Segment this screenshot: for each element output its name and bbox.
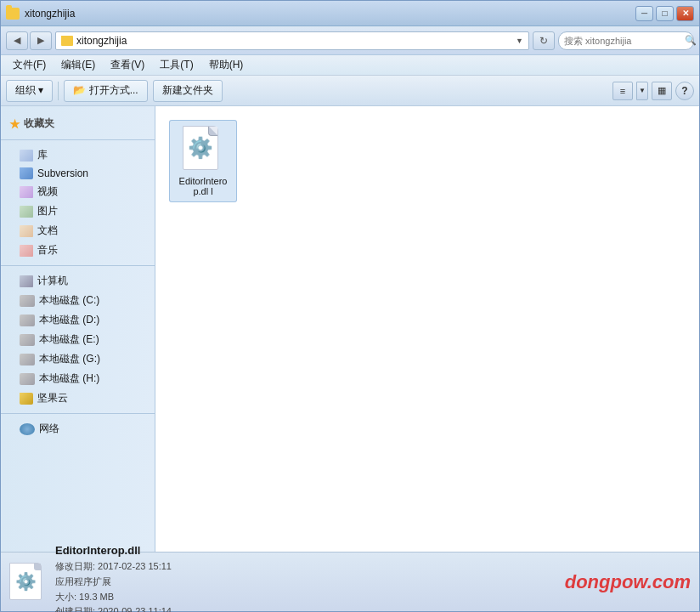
path-folder-icon <box>61 36 73 46</box>
sidebar-item-music[interactable]: 音乐 <box>1 241 155 260</box>
music-icon <box>20 245 33 257</box>
content-area: ⚙️ EditorInterop.dl l <box>155 106 699 552</box>
drive-g-label: 本地磁盘 (G:) <box>39 352 100 366</box>
title-folder-icon <box>6 8 20 20</box>
toolbar-right: ≡ ▼ ▦ ? <box>612 82 694 100</box>
address-path-box[interactable]: xitongzhijia ▼ <box>55 31 529 50</box>
music-label: 音乐 <box>37 243 58 258</box>
menu-file[interactable]: 文件(F) <box>6 56 53 74</box>
drive-g-icon <box>20 354 35 366</box>
status-size: 大小: 19.3 MB <box>55 590 553 605</box>
status-bar: ⚙️ EditorInterop.dll 修改日期: 2017-02-23 15… <box>1 552 699 611</box>
status-type: 应用程序扩展 <box>55 575 553 590</box>
drive-h-label: 本地磁盘 (H:) <box>39 371 99 386</box>
sidebar-item-subversion[interactable]: Subversion <box>1 165 155 182</box>
subversion-icon <box>20 167 33 179</box>
sidebar-item-library[interactable]: 库 <box>1 145 155 165</box>
sidebar-item-drive-h[interactable]: 本地磁盘 (H:) <box>1 369 155 388</box>
favorites-label: 收藏夹 <box>24 116 54 131</box>
title-bar-controls: ─ □ ✕ <box>635 6 694 21</box>
close-button[interactable]: ✕ <box>676 6 694 21</box>
status-gear-icon: ⚙️ <box>15 571 37 592</box>
doc-icon <box>20 225 33 237</box>
dll-file-icon: ⚙️ <box>183 126 223 173</box>
split-view-button[interactable]: ▦ <box>652 82 672 100</box>
sidebar-item-network[interactable]: 网络 <box>1 419 155 439</box>
menu-edit[interactable]: 编辑(E) <box>54 56 102 74</box>
window-title: xitongzhijia <box>25 8 75 20</box>
sidebar-item-drive-c[interactable]: 本地磁盘 (C:) <box>1 291 155 310</box>
path-text: xitongzhijia <box>76 35 512 47</box>
status-info: EditorInterop.dll 修改日期: 2017-02-23 15:11… <box>55 544 553 612</box>
file-label: EditorInterop.dl l <box>175 176 231 196</box>
jgcloud-label: 坚果云 <box>37 391 68 405</box>
path-dropdown-icon[interactable]: ▼ <box>516 37 523 45</box>
sidebar-divider-3 <box>1 413 155 414</box>
sidebar-item-jgcloud[interactable]: 坚果云 <box>1 388 155 408</box>
toolbar-separator <box>58 82 59 100</box>
computer-icon <box>20 275 33 287</box>
star-icon: ★ <box>9 117 20 131</box>
sidebar-divider-1 <box>1 139 155 140</box>
watermark: dongpow.com <box>565 571 691 593</box>
menu-view[interactable]: 查看(V) <box>104 56 151 74</box>
view-mode-button[interactable]: ≡ <box>612 82 633 100</box>
drive-c-label: 本地磁盘 (C:) <box>39 293 99 308</box>
sidebar-item-computer[interactable]: 计算机 <box>1 271 155 291</box>
status-modified: 修改日期: 2017-02-23 15:11 <box>55 559 553 575</box>
sidebar-item-drive-e[interactable]: 本地磁盘 (E:) <box>1 330 155 349</box>
title-bar: xitongzhijia ─ □ ✕ <box>1 1 699 26</box>
search-icon[interactable]: 🔍 <box>685 35 697 46</box>
search-box[interactable]: 🔍 <box>558 31 694 50</box>
network-icon <box>20 423 35 435</box>
new-folder-button[interactable]: 新建文件夹 <box>153 80 223 102</box>
drive-d-label: 本地磁盘 (D:) <box>39 313 99 327</box>
sidebar-item-docs[interactable]: 文档 <box>1 221 155 241</box>
library-icon <box>20 150 33 162</box>
status-created: 创建日期: 2020-09-23 11:14 <box>55 604 553 612</box>
status-filename: EditorInterop.dll <box>55 544 553 557</box>
drive-h-icon <box>20 373 35 385</box>
network-label: 网络 <box>39 422 59 436</box>
nav-buttons: ◀ ▶ <box>6 31 52 50</box>
minimize-button[interactable]: ─ <box>635 6 653 21</box>
subversion-label: Subversion <box>37 167 88 179</box>
drive-e-icon <box>20 334 35 346</box>
menu-help[interactable]: 帮助(H) <box>202 56 251 74</box>
doc-label: 文档 <box>37 224 58 238</box>
menu-bar: 文件(F) 编辑(E) 查看(V) 工具(T) 帮助(H) <box>1 55 699 76</box>
sidebar-favorites-header[interactable]: ★ 收藏夹 <box>1 113 155 134</box>
sidebar: ★ 收藏夹 库 Subversion 视频 图片 <box>1 106 155 552</box>
forward-button[interactable]: ▶ <box>30 31 52 50</box>
video-icon <box>20 186 33 198</box>
sidebar-item-drive-g[interactable]: 本地磁盘 (G:) <box>1 349 155 369</box>
organize-button[interactable]: 组织 ▾ <box>6 80 53 102</box>
jgcloud-icon <box>20 393 33 405</box>
title-bar-left: xitongzhijia <box>6 8 75 20</box>
maximize-button[interactable]: □ <box>656 6 674 21</box>
refresh-button[interactable]: ↻ <box>533 31 555 50</box>
sidebar-divider-2 <box>1 265 155 266</box>
image-icon <box>20 206 33 218</box>
drive-e-label: 本地磁盘 (E:) <box>39 332 99 347</box>
image-label: 图片 <box>37 204 58 218</box>
sidebar-item-drive-d[interactable]: 本地磁盘 (D:) <box>1 310 155 330</box>
menu-tools[interactable]: 工具(T) <box>153 56 200 74</box>
computer-label: 计算机 <box>37 274 68 288</box>
view-mode-dropdown[interactable]: ▼ <box>636 82 648 100</box>
toolbar: 组织 ▾ 📂 打开方式... 新建文件夹 ≡ ▼ ▦ ? <box>1 76 699 106</box>
sidebar-item-images[interactable]: 图片 <box>1 201 155 221</box>
main-area: ★ 收藏夹 库 Subversion 视频 图片 <box>1 106 699 552</box>
help-button[interactable]: ? <box>675 82 694 100</box>
drive-d-icon <box>20 314 35 326</box>
drive-c-icon <box>20 295 35 307</box>
sidebar-item-video[interactable]: 视频 <box>1 182 155 201</box>
open-with-button[interactable]: 📂 打开方式... <box>64 80 147 102</box>
video-label: 视频 <box>37 184 58 199</box>
back-button[interactable]: ◀ <box>6 31 28 50</box>
file-item-dll[interactable]: ⚙️ EditorInterop.dl l <box>169 120 237 202</box>
library-label: 库 <box>37 148 48 162</box>
gear-icon: ⚙️ <box>188 138 213 158</box>
address-bar: ◀ ▶ xitongzhijia ▼ ↻ 🔍 <box>1 26 699 55</box>
search-input[interactable] <box>564 36 681 46</box>
